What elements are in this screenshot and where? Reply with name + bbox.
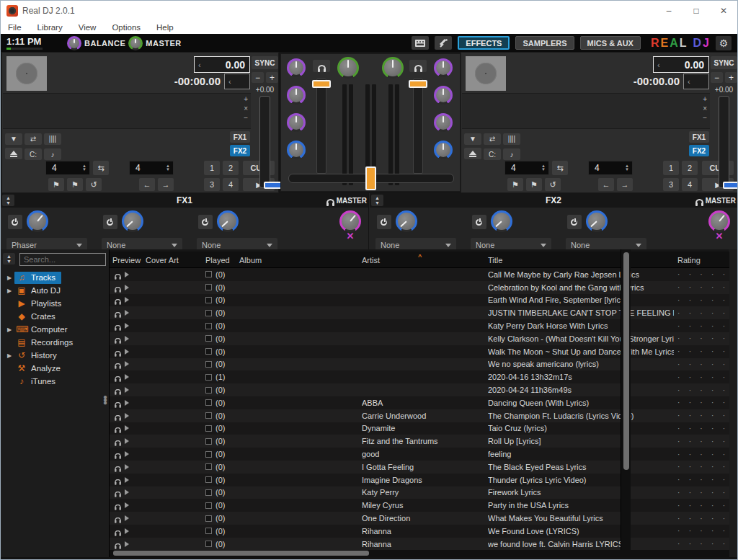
fx1-mix-knob[interactable]: ✕ (338, 210, 363, 241)
rate-down-button[interactable]: − (252, 72, 264, 83)
preview-play-icon[interactable] (125, 464, 129, 470)
played-checkbox[interactable] (205, 374, 212, 381)
bpm-expand-icon[interactable]: ‹ (657, 61, 660, 69)
vscroll-thumb[interactable] (623, 252, 629, 470)
played-checkbox[interactable] (205, 310, 212, 316)
played-checkbox[interactable] (205, 387, 212, 394)
deck1-hotcue-2[interactable]: 2 (223, 161, 239, 175)
effects-toggle[interactable]: EFFECTS (458, 36, 510, 50)
rating-cell[interactable]: ····· (677, 306, 728, 319)
fx2-slot1-meta-knob[interactable] (396, 210, 417, 232)
rating-cell[interactable]: ····· (677, 281, 728, 294)
preview-play-icon[interactable] (125, 323, 129, 329)
played-checkbox[interactable] (205, 541, 212, 547)
rate-up-button[interactable]: + (266, 72, 278, 83)
preview-headphone-icon[interactable] (115, 363, 121, 368)
slip-mode-icon[interactable]: ⇄ (484, 133, 501, 145)
deck1-eq-low-knob[interactable] (287, 113, 306, 132)
pane-splitter-handle[interactable]: ●●● (103, 396, 107, 404)
sidebar-item[interactable]: ▶ ▣ Auto DJ (1, 284, 109, 297)
fx-mix-mode-icon[interactable]: ✕ (338, 232, 363, 241)
rating-cell[interactable]: ····· (677, 525, 728, 538)
col-artist[interactable]: Artist (362, 252, 380, 268)
table-row[interactable]: (0) We no speak americano (lyrics) ····· (110, 358, 729, 371)
search-input[interactable] (19, 253, 106, 266)
played-checkbox[interactable] (205, 502, 212, 509)
beatjump-back-icon[interactable]: ← (139, 178, 155, 191)
rating-cell[interactable]: ····· (677, 370, 728, 383)
table-row[interactable]: (0) Rihanna We Found Love (LYRICS) ····· (110, 525, 729, 538)
col-album[interactable]: Album (239, 252, 262, 268)
deck1-headphone-cue-button[interactable] (313, 60, 330, 72)
rating-cell[interactable]: ····· (677, 383, 728, 396)
crossfader-handle[interactable] (365, 166, 376, 190)
table-row[interactable]: (0) Walk The Moon ~ Shut Up and Dance Wi… (110, 345, 729, 358)
preview-play-icon[interactable] (125, 438, 129, 444)
deck1-fx1-assign[interactable]: FX1 (230, 131, 250, 143)
preview-headphone-icon[interactable] (115, 325, 121, 329)
deck2-eq-mid-knob[interactable] (434, 86, 453, 105)
vertical-scrollbar[interactable] (621, 249, 631, 550)
preview-headphone-icon[interactable] (115, 299, 121, 303)
power-icon[interactable] (8, 215, 22, 229)
played-checkbox[interactable] (205, 451, 212, 458)
deck1-hotcue-4[interactable]: 4 (223, 178, 239, 191)
table-row[interactable]: (0) Katy Perry Firework Lyrics ····· (110, 486, 729, 499)
deck1-eq-high-knob[interactable] (287, 58, 306, 77)
col-rating[interactable]: Rating (677, 252, 701, 268)
sidebar-item[interactable]: ▶ ♪ iTunes (1, 375, 109, 388)
deck2-hotcue-4[interactable]: 4 (682, 178, 698, 191)
preview-headphone-icon[interactable] (115, 453, 121, 458)
loop-out-icon[interactable]: ⚑ (67, 178, 83, 191)
deck1-gain-knob[interactable] (337, 57, 359, 79)
preview-headphone-icon[interactable] (115, 286, 121, 290)
bpm-expand-icon[interactable]: ‹ (198, 61, 201, 69)
deck2-filter-knob[interactable] (434, 141, 453, 159)
expand-arrow-icon[interactable]: ▶ (4, 288, 14, 294)
rating-cell[interactable]: ····· (677, 461, 728, 474)
rating-cell[interactable]: ····· (677, 486, 728, 499)
preview-play-icon[interactable] (125, 374, 129, 380)
preview-play-icon[interactable] (125, 387, 129, 393)
deck2-pitch-slider[interactable] (719, 96, 729, 188)
skin-icon[interactable] (412, 36, 429, 50)
table-row[interactable]: (0) JUSTIN TIMBERLAKE CAN'T STOP THE FEE… (110, 306, 729, 319)
reloop-icon[interactable]: ↺ (545, 178, 561, 191)
samplers-toggle[interactable]: SAMPLERS (515, 36, 574, 50)
loop-out-icon[interactable]: ⚑ (526, 178, 542, 191)
menu-file[interactable]: File (8, 23, 22, 32)
played-checkbox[interactable] (205, 528, 212, 534)
col-title[interactable]: Title (488, 252, 502, 268)
table-row[interactable]: (0) 2020-04-24 11h36m49s ····· (110, 383, 729, 396)
preview-headphone-icon[interactable] (115, 543, 121, 547)
played-checkbox[interactable] (205, 361, 212, 368)
beatjump-forward-icon[interactable]: → (158, 178, 174, 191)
preview-play-icon[interactable] (125, 502, 129, 508)
deck1-waveform[interactable]: + × − (3, 93, 251, 129)
deck1-filter-knob[interactable] (287, 141, 306, 159)
played-checkbox[interactable] (205, 438, 212, 445)
table-row[interactable]: (0) I Gotta Feeling The Black Eyed Peas … (110, 461, 729, 474)
zoom-in-button[interactable]: + (703, 95, 707, 104)
preview-headphone-icon[interactable] (115, 274, 121, 278)
fx1-routing[interactable]: MASTER (326, 194, 367, 207)
zoom-out-button[interactable]: − (244, 114, 248, 123)
preview-play-icon[interactable] (125, 400, 129, 406)
deck1-fx2-assign[interactable]: FX2 (230, 145, 250, 156)
beatgrid-icon[interactable]: |||| (503, 133, 520, 145)
zoom-in-button[interactable]: + (244, 95, 248, 104)
table-row[interactable]: (0) Rihanna we found love ft. Calvin Har… (110, 538, 729, 550)
played-checkbox[interactable] (205, 348, 212, 355)
preview-play-icon[interactable] (125, 413, 129, 419)
slip-mode-icon[interactable]: ⇄ (25, 133, 42, 145)
deck2-volume-handle[interactable] (409, 80, 427, 88)
deck2-loop-size-spinner[interactable]: 4▲▼ (504, 161, 549, 175)
rating-cell[interactable]: ····· (677, 538, 728, 550)
minimize-button[interactable]: – (655, 1, 683, 21)
loop-toggle-icon[interactable]: ⇆ (552, 161, 568, 175)
sidebar-item[interactable]: ▶ ◆ Crates (1, 310, 109, 323)
deck2-sync-button[interactable]: SYNC (711, 56, 737, 69)
expand-arrow-icon[interactable]: ▶ (4, 352, 14, 359)
passthrough-icon[interactable]: ▼ (464, 133, 481, 145)
fx1-master-label[interactable]: MASTER (337, 197, 367, 205)
